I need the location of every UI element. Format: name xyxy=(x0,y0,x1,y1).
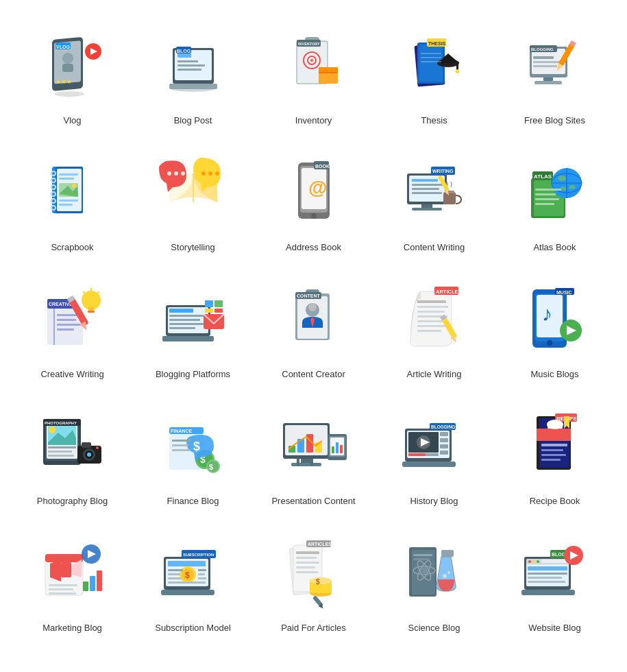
icon-item-atlas-book[interactable]: ATLAS Atlas Book xyxy=(496,141,613,261)
svg-rect-182 xyxy=(48,451,72,453)
icon-item-free-blog-sites[interactable]: BLOGGING Free Blog Sites xyxy=(496,14,613,134)
icon-item-scrapbook[interactable]: Scrapbook xyxy=(14,141,131,261)
svg-rect-286 xyxy=(296,551,319,554)
svg-rect-120 xyxy=(57,324,81,326)
icon-item-paid-for-articles[interactable]: ARTICLES $ Paid For Articles xyxy=(255,521,372,641)
svg-rect-126 xyxy=(88,307,94,311)
svg-point-76 xyxy=(208,171,212,176)
svg-rect-137 xyxy=(169,323,204,325)
icon-box-free-blog-sites: BLOGGING xyxy=(511,21,600,110)
svg-rect-206 xyxy=(291,463,321,466)
icon-box-music-blogs: MUSIC ♪ xyxy=(511,274,600,363)
svg-rect-230 xyxy=(440,438,448,442)
icon-box-science-blog xyxy=(390,528,479,617)
svg-rect-119 xyxy=(57,319,76,321)
icon-box-paid-for-articles: ARTICLES $ xyxy=(269,528,358,617)
icon-label-finance-blog: Finance Blog xyxy=(167,496,219,507)
svg-text:@: @ xyxy=(308,177,327,198)
svg-point-187 xyxy=(87,453,91,457)
icon-item-address-book[interactable]: @ BOOK Address Book xyxy=(255,141,372,261)
svg-rect-254 xyxy=(90,576,95,591)
svg-rect-221 xyxy=(402,461,456,467)
svg-rect-273 xyxy=(168,581,206,584)
svg-rect-242 xyxy=(541,454,566,456)
icon-item-content-creator[interactable]: CONTENT Content Creator xyxy=(255,267,372,387)
svg-rect-135 xyxy=(169,315,207,317)
svg-point-309 xyxy=(532,560,535,563)
icon-label-photography-blog: Photography Blog xyxy=(37,496,108,507)
icon-label-article-writing: Article Writing xyxy=(407,369,462,381)
svg-point-77 xyxy=(215,171,219,176)
svg-rect-269 xyxy=(198,577,206,579)
svg-rect-241 xyxy=(541,449,563,451)
svg-text:ARTICLES: ARTICLES xyxy=(308,542,332,547)
svg-rect-252 xyxy=(49,592,76,595)
icon-item-science-blog[interactable]: Science Blog xyxy=(376,521,493,641)
icon-item-subscription-model[interactable]: SUBSCRIPTION $ Subscription Model xyxy=(134,521,251,641)
svg-rect-311 xyxy=(541,560,567,563)
svg-rect-158 xyxy=(417,320,443,322)
icon-label-free-blog-sites: Free Blog Sites xyxy=(524,115,585,127)
svg-text:PHOTOGRAPHY: PHOTOGRAPHY xyxy=(45,421,77,425)
icon-item-vlog[interactable]: VLOG ★★★ Vlog xyxy=(14,14,131,134)
icon-item-music-blogs[interactable]: MUSIC ♪ Music Blogs xyxy=(496,267,613,387)
icon-item-recipe-book[interactable]: RECIPE Recipe Book xyxy=(496,394,613,514)
icon-item-photography-blog[interactable]: PHOTOGRAPHY Photography Blog xyxy=(14,394,131,514)
icon-item-blog-post[interactable]: BLOG Blog Post xyxy=(134,14,251,134)
icon-box-marketing-blog xyxy=(28,528,117,617)
svg-rect-270 xyxy=(168,569,183,571)
svg-point-299 xyxy=(447,571,450,574)
svg-rect-228 xyxy=(408,453,426,456)
svg-rect-214 xyxy=(332,446,334,453)
icon-item-finance-blog[interactable]: FINANCE $ $ $ Finance Blog xyxy=(134,394,251,514)
svg-rect-205 xyxy=(301,459,312,463)
icon-label-music-blogs: Music Blogs xyxy=(530,369,578,381)
svg-point-107 xyxy=(558,176,566,181)
svg-rect-268 xyxy=(198,573,205,575)
svg-point-298 xyxy=(443,574,447,578)
svg-text:FINANCE: FINANCE xyxy=(171,429,192,433)
svg-rect-64 xyxy=(59,173,78,176)
svg-rect-141 xyxy=(214,300,223,307)
svg-point-9 xyxy=(54,91,84,97)
icon-item-thesis[interactable]: THESIS Thesis xyxy=(376,14,493,134)
svg-text:$: $ xyxy=(209,463,213,471)
icon-box-article-writing: ARTICLE xyxy=(390,274,479,363)
icon-label-history-blog: History Blog xyxy=(410,496,458,507)
svg-rect-215 xyxy=(336,442,339,453)
svg-rect-218 xyxy=(310,459,313,466)
icon-item-creative-writing[interactable]: CREATIVE Creative Writing xyxy=(14,267,131,387)
icon-item-article-writing[interactable]: ARTICLE Article Writing xyxy=(376,267,493,387)
svg-rect-312 xyxy=(528,566,567,571)
svg-rect-49 xyxy=(533,65,557,67)
svg-point-172 xyxy=(547,340,552,346)
svg-rect-69 xyxy=(59,200,78,202)
icon-label-atlas-book: Atlas Book xyxy=(533,242,576,254)
svg-rect-160 xyxy=(417,330,441,332)
icon-item-presentation-content[interactable]: Presentation Content xyxy=(255,394,372,514)
icon-label-presentation-content: Presentation Content xyxy=(271,496,355,507)
icon-label-science-blog: Science Blog xyxy=(408,623,460,634)
svg-rect-288 xyxy=(296,562,319,564)
svg-text:BOOK: BOOK xyxy=(315,164,330,169)
svg-rect-202 xyxy=(172,449,190,451)
svg-rect-18 xyxy=(177,69,201,71)
icon-item-blogging-platforms[interactable]: Blogging Platforms xyxy=(134,267,251,387)
icon-label-marketing-blog: Marketing Blog xyxy=(42,623,102,634)
icon-item-inventory[interactable]: INVENTORY Inventory xyxy=(255,14,372,134)
svg-rect-217 xyxy=(297,459,299,466)
icon-item-content-writing[interactable]: WRITING Content Writin xyxy=(376,141,493,261)
icon-box-finance-blog: FINANCE $ $ $ xyxy=(149,401,238,490)
icon-label-recipe-book: Recipe Book xyxy=(530,496,580,507)
icon-box-content-creator: CONTENT xyxy=(269,274,358,363)
icon-item-website-blog[interactable]: BLOGGING Website Blog xyxy=(496,521,613,641)
icon-label-blog-post: Blog Post xyxy=(174,115,212,127)
icon-box-address-book: @ BOOK xyxy=(269,147,358,237)
icon-item-marketing-blog[interactable]: Marketing Blog xyxy=(14,521,131,641)
svg-rect-112 xyxy=(535,198,559,200)
icon-item-history-blog[interactable]: BLOGGING History Blog xyxy=(376,394,493,514)
svg-text:WRITING: WRITING xyxy=(432,169,454,173)
icon-item-storytelling[interactable]: Storytelling xyxy=(134,141,251,261)
svg-rect-48 xyxy=(533,61,561,63)
svg-rect-313 xyxy=(528,573,567,575)
